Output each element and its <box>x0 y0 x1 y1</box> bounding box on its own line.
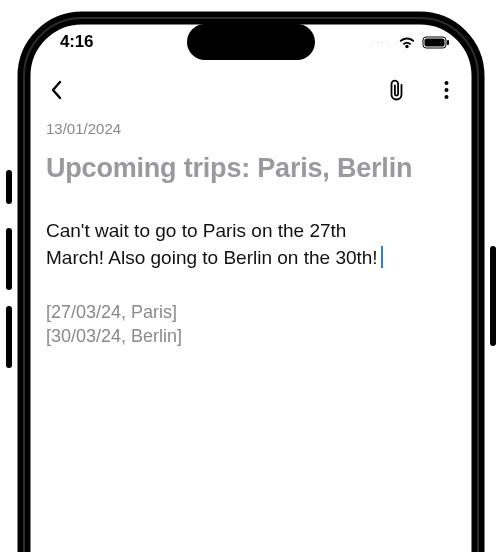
svg-rect-2 <box>447 40 449 45</box>
battery-icon <box>422 36 450 49</box>
extracted-item: [30/03/24, Berlin] <box>46 324 456 348</box>
extracted-item: [27/03/24, Paris] <box>46 300 456 324</box>
svg-point-5 <box>444 95 448 99</box>
nav-bar <box>24 66 478 108</box>
status-bar: 4:16 ···· <box>24 18 478 66</box>
svg-rect-7 <box>6 228 12 290</box>
note-content: 13/01/2024 Upcoming trips: Paris, Berlin… <box>24 108 478 349</box>
chevron-left-icon <box>50 80 62 100</box>
svg-rect-9 <box>490 246 496 346</box>
wifi-icon <box>398 36 416 49</box>
note-date: 13/01/2024 <box>46 120 456 137</box>
note-title-input[interactable]: Upcoming trips: Paris, Berlin <box>46 153 456 184</box>
more-vertical-icon <box>444 80 449 100</box>
phone-screen: 4:16 ···· 13/01/2024 U <box>24 18 478 552</box>
paperclip-icon <box>388 79 405 101</box>
text-cursor <box>381 246 383 268</box>
svg-point-4 <box>444 88 448 92</box>
body-line: March! Also going to Berlin on the 30th! <box>46 245 456 272</box>
attach-button[interactable] <box>382 76 410 104</box>
extracted-list: [27/03/24, Paris] [30/03/24, Berlin] <box>46 300 456 349</box>
body-line: Can't wait to go to Paris on the 27th <box>46 218 456 245</box>
svg-rect-1 <box>425 38 445 46</box>
svg-rect-6 <box>6 170 12 204</box>
status-time: 4:16 <box>60 32 93 52</box>
note-body-input[interactable]: Can't wait to go to Paris on the 27th Ma… <box>46 218 456 272</box>
cellular-dots-icon: ···· <box>372 37 390 47</box>
dynamic-island <box>187 24 315 60</box>
more-button[interactable] <box>432 76 460 104</box>
svg-rect-8 <box>6 306 12 368</box>
back-button[interactable] <box>42 76 70 104</box>
svg-point-3 <box>444 81 448 85</box>
